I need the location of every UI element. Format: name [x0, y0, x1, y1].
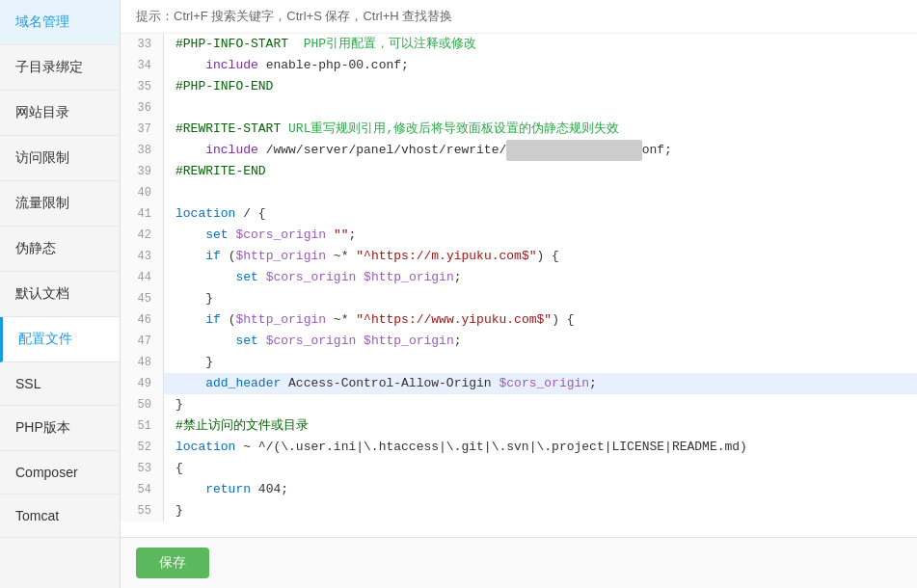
table-row: 46 if ($http_origin ~* "^https://www.yip… — [121, 309, 917, 331]
table-row: 45 } — [121, 288, 917, 309]
hint-bar: 提示：Ctrl+F 搜索关键字，Ctrl+S 保存，Ctrl+H 查找替换 — [121, 0, 917, 34]
footer: 保存 — [121, 537, 917, 588]
sidebar-item-tomcat[interactable]: Tomcat — [0, 494, 120, 538]
sidebar-item-ssl[interactable]: SSL — [0, 362, 120, 406]
sidebar-item-default-doc[interactable]: 默认文档 — [0, 272, 120, 317]
table-row: 54 return 404; — [121, 479, 917, 500]
table-row: 41 location / { — [121, 203, 917, 225]
table-row: 39 #REWRITE-END — [121, 161, 917, 182]
main-content: 提示：Ctrl+F 搜索关键字，Ctrl+S 保存，Ctrl+H 查找替换 33… — [121, 0, 917, 588]
sidebar-item-access[interactable]: 访问限制 — [0, 136, 120, 181]
sidebar-item-config[interactable]: 配置文件 — [0, 317, 120, 362]
save-button[interactable]: 保存 — [136, 548, 209, 578]
table-row: 48 } — [121, 352, 917, 373]
sidebar-item-composer[interactable]: Composer — [0, 451, 120, 494]
table-row: 34 include enable-php-00.conf; — [121, 55, 917, 76]
hint-text: 提示：Ctrl+F 搜索关键字，Ctrl+S 保存，Ctrl+H 查找替换 — [136, 9, 452, 23]
sidebar-item-domain[interactable]: 域名管理 — [0, 0, 120, 45]
sidebar-item-php[interactable]: PHP版本 — [0, 406, 120, 451]
table-row: 42 set $cors_origin ""; — [121, 225, 917, 246]
table-row: 35 #PHP-INFO-END — [121, 76, 917, 97]
table-row: 38 include /www/server/panel/vhost/rewri… — [121, 140, 917, 161]
table-row: 44 set $cors_origin $http_origin; — [121, 267, 917, 288]
sidebar-item-webroot[interactable]: 网站目录 — [0, 91, 120, 136]
table-row: 36 — [121, 97, 917, 119]
sidebar-item-rewrite[interactable]: 伪静态 — [0, 227, 120, 272]
table-row: 52 location ~ ^/(\.user.ini|\.htaccess|\… — [121, 437, 917, 458]
table-row: 50 } — [121, 394, 917, 415]
table-row: 51 #禁止访问的文件或目录 — [121, 415, 917, 437]
table-row: 43 if ($http_origin ~* "^https://m.yipuk… — [121, 246, 917, 267]
sidebar-item-traffic[interactable]: 流量限制 — [0, 181, 120, 227]
sidebar-item-subdir[interactable]: 子目录绑定 — [0, 45, 120, 91]
table-row: 37 #REWRITE-START URL重写规则引用,修改后将导致面板设置的伪… — [121, 119, 917, 140]
table-row: 55 } — [121, 500, 917, 521]
table-row: 40 — [121, 182, 917, 203]
table-row: 33 #PHP-INFO-START PHP引用配置，可以注释或修改 — [121, 34, 917, 55]
sidebar: 域名管理 子目录绑定 网站目录 访问限制 流量限制 伪静态 默认文档 配置文件 … — [0, 0, 121, 588]
code-area: 33 #PHP-INFO-START PHP引用配置，可以注释或修改 34 in… — [121, 34, 917, 521]
table-row: 49 add_header Access-Control-Allow-Origi… — [121, 373, 917, 394]
table-row: 47 set $cors_origin $http_origin; — [121, 331, 917, 352]
table-row: 53 { — [121, 458, 917, 479]
code-editor[interactable]: 33 #PHP-INFO-START PHP引用配置，可以注释或修改 34 in… — [121, 34, 917, 537]
